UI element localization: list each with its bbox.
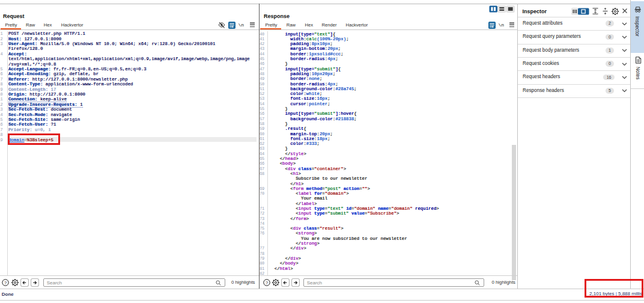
svg-text:?: ? bbox=[266, 280, 268, 286]
svg-text:?: ? bbox=[4, 280, 7, 286]
